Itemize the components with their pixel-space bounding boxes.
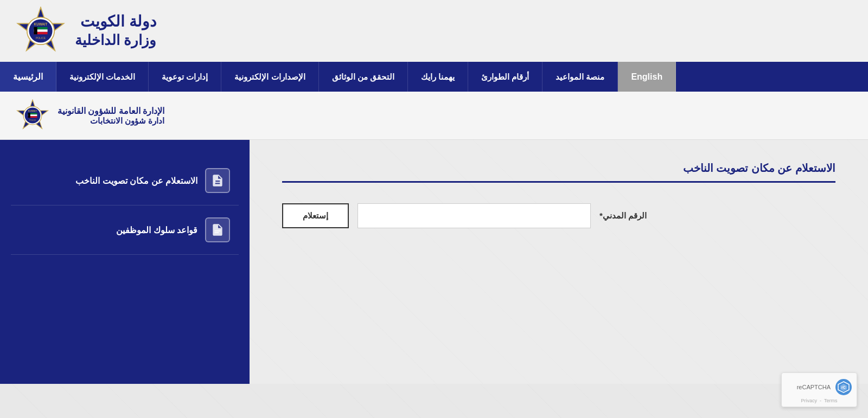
recaptcha-text: reCAPTCHA — [797, 383, 831, 391]
sub-header-text: الإدارة العامة للشؤون القانونية ادارة شؤ… — [58, 106, 164, 126]
sidebar-item-employee-conduct-label: قواعد سلوك الموظفين — [20, 225, 197, 235]
document-pdf-icon — [205, 217, 230, 242]
recaptcha-widget: rC reCAPTCHA Privacy - Terms — [781, 372, 857, 407]
police-badge-icon: KUWAIT POLICE — [16, 7, 65, 55]
sidebar-item-voter-location[interactable]: الاستعلام عن مكان تصويت الناخب ? — [11, 156, 239, 205]
nav-item-awareness[interactable]: إدارات توعوية — [149, 62, 221, 92]
civil-id-input[interactable] — [358, 203, 591, 228]
nav-item-electronic-releases[interactable]: الإصدارات الإلكترونية — [221, 62, 318, 92]
svg-rect-19 — [215, 230, 221, 231]
english-button[interactable]: English — [618, 62, 676, 92]
header-title-line2: وزارة الداخلية — [75, 31, 156, 50]
svg-text:POLICE: POLICE — [36, 37, 46, 40]
form-title: الاستعلام عن مكان تصويت الناخب — [282, 162, 835, 183]
recaptcha-privacy[interactable]: Privacy — [801, 398, 818, 403]
recaptcha-logo-icon: rC — [835, 378, 852, 396]
svg-text:rC: rC — [841, 385, 846, 389]
recaptcha-terms[interactable]: Terms — [824, 398, 838, 403]
civil-id-label: الرقم المدني* — [599, 211, 647, 221]
svg-text:KUWAIT: KUWAIT — [34, 22, 48, 26]
form-row: إستعلام الرقم المدني* — [282, 203, 835, 228]
header-title-line1: دولة الكويت — [75, 12, 156, 31]
sub-header: الإدارة العامة للشؤون القانونية ادارة شؤ… — [0, 92, 868, 140]
svg-text:KUWAIT: KUWAIT — [28, 110, 37, 112]
svg-rect-6 — [34, 27, 37, 35]
svg-rect-20 — [215, 232, 219, 233]
svg-text:POLICE: POLICE — [29, 119, 36, 121]
header: دولة الكويت وزارة الداخلية KUWAIT POLICE — [0, 0, 868, 62]
svg-text:?: ? — [214, 180, 216, 184]
sidebar: الاستعلام عن مكان تصويت الناخب ? قواعد س… — [0, 140, 250, 384]
header-title: دولة الكويت وزارة الداخلية — [75, 12, 156, 50]
nav-item-concerns[interactable]: يهمنا رايك — [408, 62, 468, 92]
header-logo-area: دولة الكويت وزارة الداخلية KUWAIT POLICE — [16, 7, 156, 55]
sub-header-line2: ادارة شؤون الانتخابات — [58, 116, 164, 126]
recaptcha-label: reCAPTCHA — [797, 383, 831, 391]
document-question-icon: ? — [205, 168, 230, 193]
nav-item-verify-docs[interactable]: التحقق من الوثائق — [319, 62, 408, 92]
nav-item-appointments[interactable]: منصة المواعيد — [542, 62, 618, 92]
recaptcha-footer: Privacy - Terms — [801, 398, 838, 403]
recaptcha-inner: rC reCAPTCHA — [786, 378, 852, 396]
sidebar-item-employee-conduct[interactable]: قواعد سلوك الموظفين — [11, 205, 239, 255]
sub-header-line1: الإدارة العامة للشؤون القانونية — [58, 106, 164, 116]
sub-header-badge-icon: KUWAIT POLICE — [16, 99, 49, 132]
nav-item-home[interactable]: الرئيسية — [0, 62, 56, 92]
navbar: الرئيسية الخدمات الإلكترونية إدارات توعو… — [0, 62, 868, 92]
svg-rect-15 — [28, 113, 30, 118]
submit-button[interactable]: إستعلام — [282, 203, 349, 228]
form-area: الاستعلام عن مكان تصويت الناخب إستعلام ا… — [250, 140, 868, 384]
nav-item-electronic-services[interactable]: الخدمات الإلكترونية — [56, 62, 149, 92]
sidebar-item-voter-location-label: الاستعلام عن مكان تصويت الناخب — [20, 176, 197, 186]
nav-item-emergency[interactable]: أرقام الطوارئ — [468, 62, 542, 92]
main-content: الاستعلام عن مكان تصويت الناخب ? قواعد س… — [0, 140, 868, 384]
